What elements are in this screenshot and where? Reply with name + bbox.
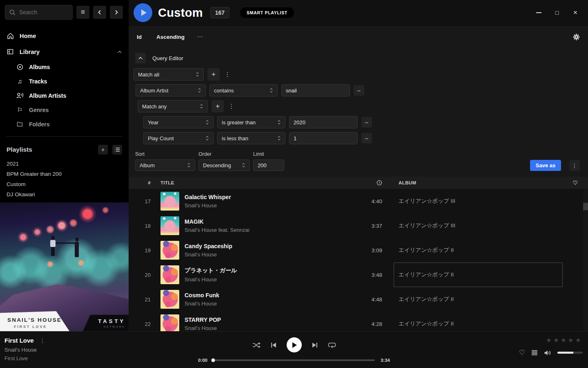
sidebar-item-tracks[interactable]: ♫ Tracks xyxy=(0,74,129,88)
previous-button[interactable] xyxy=(271,342,276,348)
track-album-cell[interactable]: エイリアン☆ポップ II xyxy=(394,287,563,312)
rule-field-select[interactable]: Play Count xyxy=(143,132,214,144)
more-options-button[interactable]: ⋯ xyxy=(197,33,203,40)
group-menu-button[interactable]: ⋮ xyxy=(227,100,236,112)
next-button[interactable] xyxy=(312,342,318,348)
remove-rule-button[interactable]: − xyxy=(361,133,372,144)
track-title[interactable]: Cosmo Funk xyxy=(185,292,219,298)
column-favorite[interactable]: ♡ xyxy=(563,180,588,186)
maximize-button[interactable]: □ xyxy=(554,9,560,16)
group-menu-button[interactable]: ⋮ xyxy=(223,68,232,81)
playlist-item[interactable]: Custom xyxy=(7,179,122,189)
rule-value-input[interactable] xyxy=(289,132,358,144)
back-button[interactable] xyxy=(93,6,106,19)
column-title[interactable]: TITLE xyxy=(156,180,342,185)
close-button[interactable]: × xyxy=(572,9,578,17)
chevron-up-icon[interactable] xyxy=(117,50,122,54)
seek-slider[interactable] xyxy=(213,359,375,361)
table-row[interactable]: 17Galactic WhisperSnail's House4:40エイリアン… xyxy=(129,189,588,213)
rule-value-input[interactable] xyxy=(281,84,350,96)
add-playlist-button[interactable]: + xyxy=(98,145,108,155)
scrollbar-thumb[interactable] xyxy=(583,203,588,210)
track-album-cell[interactable]: エイリアン☆ポップ III xyxy=(394,213,563,238)
track-album-cell[interactable]: エイリアン☆ポップ II xyxy=(394,263,563,287)
add-rule-button[interactable]: + xyxy=(207,68,220,81)
now-playing-title[interactable]: First Love xyxy=(4,337,34,344)
playlist-item[interactable]: DJ Okawari xyxy=(7,189,122,200)
sort-select[interactable]: Album xyxy=(135,159,195,171)
track-artist[interactable]: Snail's House xyxy=(185,276,237,283)
rating-stars[interactable]: ★★★★★ xyxy=(546,337,583,344)
track-album[interactable]: エイリアン☆ポップ II xyxy=(399,320,454,328)
track-title[interactable]: MAGIK xyxy=(185,218,249,225)
search-input[interactable] xyxy=(19,9,64,16)
sidebar-item-home[interactable]: Home xyxy=(0,28,129,44)
sidebar-item-folders[interactable]: Folders xyxy=(0,117,129,131)
track-artist[interactable]: Snail's House xyxy=(185,202,231,209)
play-pause-button[interactable] xyxy=(287,337,302,352)
match-type-select[interactable]: Match all xyxy=(134,68,204,81)
track-artist[interactable]: Snail's House feat. Sennzai xyxy=(185,227,249,233)
remove-rule-button[interactable]: − xyxy=(354,85,364,96)
track-artist[interactable]: Snail's House xyxy=(185,325,221,331)
track-album-cell[interactable]: エイリアン☆ポップ III xyxy=(394,189,563,213)
sidebar-item-library[interactable]: Library xyxy=(0,44,129,60)
now-playing-cover-art[interactable]: SNAIL'S HOUSE FIRST LOVE TASTY NETWORK xyxy=(0,202,129,331)
sidebar-item-album-artists[interactable]: Album Artists xyxy=(0,88,129,103)
seek-thumb[interactable] xyxy=(212,359,215,362)
shuffle-button[interactable] xyxy=(252,342,261,348)
limit-input[interactable] xyxy=(253,159,284,171)
forward-button[interactable] xyxy=(110,6,123,19)
menu-button[interactable]: ≡ xyxy=(76,6,89,19)
table-row[interactable]: 21Cosmo FunkSnail's House4:48エイリアン☆ポップ I… xyxy=(129,287,588,312)
track-title[interactable]: Galactic Whisper xyxy=(185,194,231,200)
save-as-button[interactable]: Save as xyxy=(530,160,561,171)
rule-operator-select[interactable]: is less than xyxy=(217,132,285,144)
search-box[interactable] xyxy=(5,5,73,20)
rule-field-select[interactable]: Album Artist xyxy=(136,84,206,96)
repeat-button[interactable] xyxy=(328,342,336,348)
rule-operator-select[interactable]: contains xyxy=(209,84,278,96)
now-playing-menu-button[interactable]: ⋮ xyxy=(40,337,45,344)
track-album[interactable]: エイリアン☆ポップ II xyxy=(399,296,454,303)
now-playing-artist[interactable]: Snail's House xyxy=(4,347,45,353)
add-rule-button[interactable]: + xyxy=(212,100,224,112)
match-type-select[interactable]: Match any xyxy=(138,100,208,112)
track-album[interactable]: エイリアン☆ポップ II xyxy=(399,271,454,278)
rule-operator-select[interactable]: is greater than xyxy=(217,116,285,128)
sidebar-item-albums[interactable]: Albums xyxy=(0,60,129,74)
track-album-cell[interactable]: エイリアン☆ポップ II xyxy=(394,312,563,331)
scrollbar-track[interactable] xyxy=(583,189,588,331)
sort-field-button[interactable]: Id xyxy=(137,34,142,40)
column-album[interactable]: ALBUM xyxy=(383,180,563,185)
rule-field-select[interactable]: Year xyxy=(143,116,214,128)
track-album[interactable]: エイリアン☆ポップ II xyxy=(399,247,454,254)
collapse-query-button[interactable] xyxy=(135,53,146,63)
order-select[interactable]: Descending xyxy=(198,159,250,171)
minimize-button[interactable] xyxy=(536,12,541,13)
rule-value-input[interactable] xyxy=(289,116,358,128)
track-album-cell[interactable]: エイリアン☆ポップ II xyxy=(394,238,563,263)
track-title[interactable]: STARRY POP xyxy=(185,316,221,323)
column-duration[interactable] xyxy=(342,180,383,186)
table-row[interactable]: 22STARRY POPSnail's House4:28エイリアン☆ポップ I… xyxy=(129,312,588,331)
sidebar-item-genres[interactable]: ⚐ Genres xyxy=(0,103,129,117)
track-artist[interactable]: Snail's House xyxy=(185,251,232,258)
playlist-item[interactable]: BPM Greater than 200 xyxy=(7,169,122,179)
now-playing-album[interactable]: First Love xyxy=(4,355,45,361)
track-album[interactable]: エイリアン☆ポップ III xyxy=(399,222,455,229)
queue-button[interactable] xyxy=(531,350,538,355)
sort-order-button[interactable]: Ascending xyxy=(156,34,185,40)
playlist-list-button[interactable] xyxy=(112,145,122,155)
playlist-item[interactable]: 2021 xyxy=(7,159,122,169)
table-row[interactable]: 18MAGIKSnail's House feat. Sennzai3:37エイ… xyxy=(129,213,588,238)
favorite-button[interactable]: ♡ xyxy=(519,348,525,357)
track-album[interactable]: エイリアン☆ポップ III xyxy=(399,197,455,205)
track-artist[interactable]: Snail's House xyxy=(185,301,219,307)
track-title[interactable]: Candy Spaceship xyxy=(185,243,232,249)
play-playlist-button[interactable] xyxy=(134,3,152,22)
table-row[interactable]: 19Candy SpaceshipSnail's House3:09エイリアン☆… xyxy=(129,238,588,263)
gear-icon[interactable] xyxy=(573,34,580,40)
track-title[interactable]: プラネット・ガール xyxy=(185,267,237,274)
volume-slider[interactable] xyxy=(557,352,583,354)
